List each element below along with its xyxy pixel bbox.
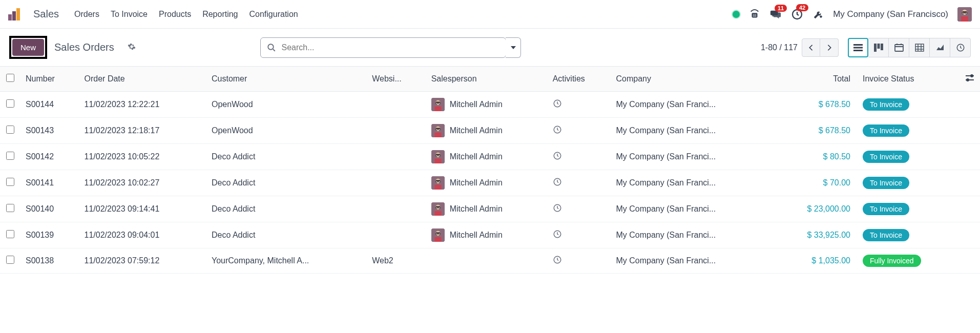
table-row[interactable]: S0014311/02/2023 12:18:17OpenWoodMitchel…	[0, 118, 980, 144]
activity-clock-icon[interactable]	[553, 179, 562, 188]
view-kanban-button[interactable]	[868, 38, 889, 57]
view-activity-button[interactable]	[950, 38, 971, 57]
search-box[interactable]	[260, 37, 506, 58]
row-checkbox[interactable]	[6, 204, 14, 212]
pager-prev-button[interactable]	[802, 38, 820, 57]
cell-order-date: 11/02/2023 09:04:01	[79, 222, 206, 248]
cell-invoice-status: To Invoice	[858, 170, 960, 196]
row-checkbox[interactable]	[6, 126, 14, 134]
cell-activities[interactable]	[548, 248, 611, 274]
view-pivot-button[interactable]	[909, 38, 930, 57]
nav-link-products[interactable]: Products	[159, 10, 191, 19]
activity-clock-icon[interactable]	[553, 127, 562, 136]
cell-invoice-status: To Invoice	[858, 118, 960, 144]
app-logo[interactable]	[8, 8, 20, 20]
table-row[interactable]: S0014011/02/2023 09:14:41Deco AddictMitc…	[0, 196, 980, 222]
salesperson-name: Mitchell Admin	[450, 126, 503, 135]
nav-link-configuration[interactable]: Configuration	[249, 10, 298, 19]
search-input[interactable]	[281, 43, 506, 52]
cell-total: $ 70.00	[775, 170, 858, 196]
table-row[interactable]: S0013911/02/2023 09:04:01Deco AddictMitc…	[0, 222, 980, 248]
new-button[interactable]: New	[12, 39, 44, 56]
svg-point-24	[971, 75, 973, 77]
row-checkbox[interactable]	[6, 256, 14, 264]
col-total[interactable]: Total	[775, 67, 858, 92]
cell-salesperson: Mitchell Admin	[426, 170, 548, 196]
activity-clock-icon[interactable]	[553, 153, 562, 162]
nav-link-to-invoice[interactable]: To Invoice	[111, 10, 148, 19]
col-website[interactable]: Websi...	[367, 67, 426, 92]
row-checkbox[interactable]	[6, 152, 14, 160]
pager-next-button[interactable]	[820, 38, 839, 57]
table-row[interactable]: S0013811/02/2023 07:59:12YourCompany, Mi…	[0, 248, 980, 274]
status-badge: To Invoice	[863, 177, 909, 189]
svg-rect-11	[961, 16, 968, 22]
nav-link-reporting[interactable]: Reporting	[202, 10, 238, 19]
chevron-right-icon	[827, 44, 832, 51]
col-customer[interactable]: Customer	[206, 67, 367, 92]
list-icon	[853, 44, 863, 52]
col-invoice-status[interactable]: Invoice Status	[858, 67, 960, 92]
cell-website	[367, 92, 426, 118]
col-activities[interactable]: Activities	[548, 67, 611, 92]
view-list-button[interactable]	[848, 38, 868, 57]
cell-activities[interactable]	[548, 170, 611, 196]
gear-icon[interactable]	[128, 43, 136, 52]
cell-activities[interactable]	[548, 144, 611, 170]
col-company[interactable]: Company	[611, 67, 775, 92]
cell-company: My Company (San Franci...	[611, 222, 775, 248]
table-row[interactable]: S0014411/02/2023 12:22:21OpenWoodMitchel…	[0, 92, 980, 118]
activity-clock-icon[interactable]	[553, 232, 562, 240]
col-optional-fields[interactable]	[960, 67, 980, 92]
view-calendar-button[interactable]	[889, 38, 909, 57]
activity-clock-icon[interactable]	[553, 205, 562, 214]
cell-invoice-status: To Invoice	[858, 222, 960, 248]
pager-text[interactable]: 1-80 / 117	[761, 43, 798, 52]
row-checkbox[interactable]	[6, 230, 14, 238]
chart-icon	[935, 44, 945, 52]
navbar: Sales Orders To Invoice Products Reporti…	[0, 0, 980, 29]
kanban-icon	[874, 44, 883, 52]
cell-salesperson: Mitchell Admin	[426, 144, 548, 170]
row-checkbox[interactable]	[6, 99, 14, 108]
view-graph-button[interactable]	[930, 38, 950, 57]
breadcrumb-title: Sales Orders	[54, 41, 114, 53]
cell-activities[interactable]	[548, 92, 611, 118]
table-row[interactable]: S0014111/02/2023 10:02:27Deco AddictMitc…	[0, 170, 980, 196]
svg-point-14	[268, 44, 274, 50]
cell-customer: OpenWood	[206, 92, 367, 118]
cell-activities[interactable]	[548, 196, 611, 222]
activity-clock-icon[interactable]	[553, 257, 562, 266]
svg-rect-16	[853, 47, 863, 48]
user-avatar[interactable]	[957, 7, 972, 22]
col-order-date[interactable]: Order Date	[79, 67, 206, 92]
cell-customer: Deco Addict	[206, 170, 367, 196]
row-checkbox[interactable]	[6, 178, 14, 186]
cell-customer: Deco Addict	[206, 144, 367, 170]
search-options-toggle[interactable]	[506, 37, 521, 58]
search-icon	[267, 43, 276, 52]
activity-clock-icon[interactable]	[553, 101, 562, 110]
table-row[interactable]: S0014211/02/2023 10:05:22Deco AddictMitc…	[0, 144, 980, 170]
svg-rect-22	[915, 44, 924, 51]
sales-order-table: Number Order Date Customer Websi... Sale…	[0, 67, 980, 274]
nav-link-orders[interactable]: Orders	[74, 10, 99, 19]
col-number[interactable]: Number	[20, 67, 79, 92]
svg-rect-29	[434, 107, 441, 111]
control-panel: New Sales Orders 1-80 / 117	[0, 29, 980, 67]
messages-icon[interactable]: 11	[769, 9, 782, 20]
cell-activities[interactable]	[548, 118, 611, 144]
salesperson-name: Mitchell Admin	[450, 152, 503, 161]
chevron-left-icon	[808, 44, 814, 51]
dialpad-icon[interactable]	[749, 9, 760, 20]
company-selector[interactable]: My Company (San Francisco)	[833, 9, 948, 19]
activities-clock-icon[interactable]: 42	[791, 8, 803, 20]
cell-company: My Company (San Franci...	[611, 196, 775, 222]
tools-icon[interactable]	[812, 9, 824, 20]
cell-number: S00143	[20, 118, 79, 144]
app-name[interactable]: Sales	[33, 8, 59, 20]
select-all-checkbox[interactable]	[6, 74, 14, 82]
cell-activities[interactable]	[548, 222, 611, 248]
cell-order-date: 11/02/2023 10:05:22	[79, 144, 206, 170]
col-salesperson[interactable]: Salesperson	[426, 67, 548, 92]
